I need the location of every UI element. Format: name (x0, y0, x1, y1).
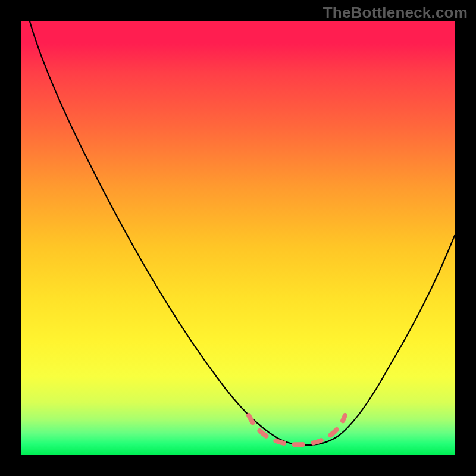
chart-frame: TheBottleneck.com (0, 0, 476, 476)
curves-layer (21, 21, 455, 455)
plot-area (21, 21, 455, 455)
watermark-text: TheBottleneck.com (323, 4, 468, 22)
bottleneck-curve (30, 21, 455, 445)
